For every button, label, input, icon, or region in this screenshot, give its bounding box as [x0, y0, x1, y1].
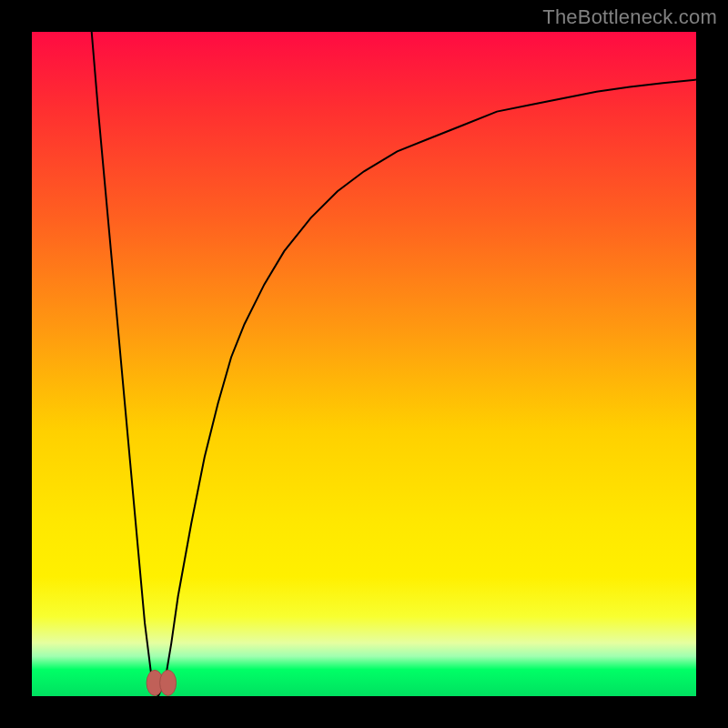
plot-area: [32, 32, 696, 696]
chart-svg: [32, 32, 696, 696]
marker-point: [160, 670, 177, 695]
chart-frame: TheBottleneck.com: [0, 0, 728, 728]
watermark-label: TheBottleneck.com: [542, 5, 717, 29]
marker-group: [147, 670, 177, 695]
curve-line: [92, 32, 696, 696]
